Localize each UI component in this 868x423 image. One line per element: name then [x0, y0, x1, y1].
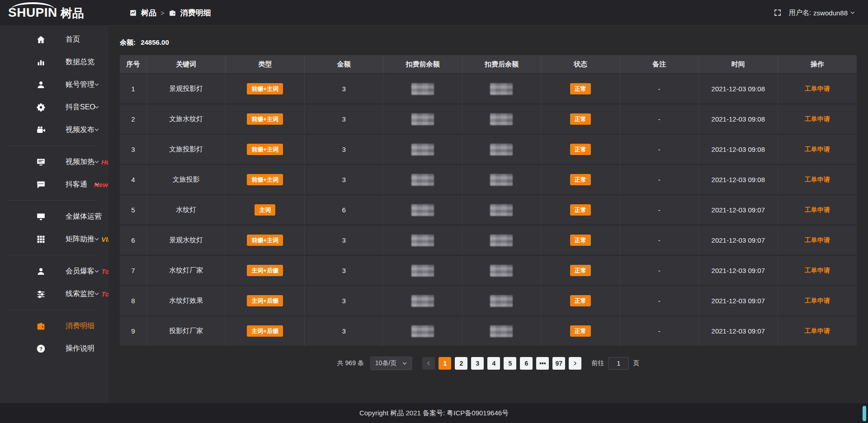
sidebar-item-all-media-operation[interactable]: 全媒体运营 [0, 205, 108, 228]
action-link[interactable]: 工单申请 [805, 85, 830, 92]
video-camera-icon [36, 125, 46, 135]
sidebar-item-account-management[interactable]: 账号管理 [0, 73, 108, 96]
sidebar-divider [8, 200, 97, 201]
cell-remark: - [620, 165, 699, 195]
fullscreen-icon[interactable] [774, 9, 782, 17]
action-link[interactable]: 工单申请 [805, 146, 830, 153]
sidebar-item-member-baoke[interactable]: 会员爆客Tools [0, 260, 108, 282]
logo-text-en: SHUPIN [8, 6, 57, 19]
column-header: 金额 [305, 55, 383, 74]
cell [383, 316, 462, 347]
page-button-4[interactable]: 4 [487, 357, 500, 370]
prev-page-button[interactable] [422, 357, 435, 370]
page-button-5[interactable]: 5 [504, 357, 516, 370]
sidebar-item-video-heat[interactable]: 视频加热Hot [0, 150, 108, 173]
type-badge: 前缀+主词 [247, 235, 283, 246]
sidebar-item-operation-guide[interactable]: ?操作说明 [0, 337, 108, 360]
action-link[interactable]: 工单申请 [805, 115, 830, 122]
cell-amount: 3 [305, 256, 383, 286]
masked-pre-balance [411, 204, 434, 216]
masked-post-balance [490, 113, 513, 125]
masked-post-balance [490, 174, 513, 186]
column-header: 时间 [699, 55, 778, 74]
page-size-value: 10条/页 [375, 359, 396, 367]
user-icon [36, 267, 46, 276]
cell-no: 2 [120, 104, 147, 135]
breadcrumb: 树品 > 消费明细 [129, 8, 211, 18]
masked-pre-balance [411, 174, 434, 186]
user-menu[interactable]: 用户名: zswodun88 [789, 9, 855, 17]
page-size-select[interactable]: 10条/页 [370, 357, 412, 370]
cell: 工单申请 [778, 104, 857, 135]
cell [383, 195, 462, 226]
page-button-1[interactable]: 1 [439, 357, 451, 370]
sidebar-divider [8, 255, 97, 255]
status-badge: 正常 [570, 83, 591, 95]
masked-pre-balance [411, 235, 434, 246]
page-more-button[interactable]: ••• [536, 357, 549, 370]
cell-remark: - [620, 195, 699, 226]
cell-no: 5 [120, 195, 147, 226]
page-button-97[interactable]: 97 [552, 357, 565, 370]
page-button-2[interactable]: 2 [455, 357, 467, 370]
breadcrumb-root[interactable]: 树品 [141, 8, 156, 18]
action-link[interactable]: 工单申请 [805, 206, 830, 213]
cell: 主词+后缀 [226, 256, 304, 286]
table-row: 3文旅投影灯前缀+主词3正常-2021-12-03 09:08工单申请 [120, 135, 857, 165]
sliders-icon [36, 289, 46, 299]
screen-icon [36, 157, 46, 167]
page-button-3[interactable]: 3 [471, 357, 484, 370]
pagination-total: 共 969 条 [337, 359, 364, 367]
sidebar-item-data-overview[interactable]: 数据总览 [0, 51, 108, 73]
sidebar-divider [8, 146, 97, 146]
masked-pre-balance [411, 325, 434, 337]
action-link[interactable]: 工单申请 [805, 267, 830, 274]
scrollbar-thumb[interactable] [863, 406, 866, 421]
masked-pre-balance [411, 83, 434, 95]
cell-amount: 6 [305, 195, 383, 226]
masked-post-balance [490, 235, 513, 246]
cell-keyword: 景观水纹灯 [147, 226, 226, 256]
sidebar-item-video-publish[interactable]: 视频发布 [0, 118, 108, 141]
sidebar-item-douketong[interactable]: 抖客通New [0, 173, 108, 196]
action-link[interactable]: 工单申请 [805, 297, 830, 304]
chevron-down-icon [94, 268, 99, 274]
sidebar-item-label: 抖音SEO [66, 103, 95, 112]
action-link[interactable]: 工单申请 [805, 327, 830, 334]
cell [383, 286, 462, 316]
cell-time: 2021-12-03 09:08 [699, 104, 778, 135]
cell-keyword: 水纹灯效果 [147, 286, 226, 316]
cell-remark: - [620, 226, 699, 256]
sidebar-item-clue-monitor[interactable]: 线索监控Tools [0, 282, 108, 305]
goto-label: 前往 [591, 359, 604, 367]
action-link[interactable]: 工单申请 [805, 176, 830, 183]
cell [383, 104, 462, 135]
sidebar-item-home[interactable]: 首页 [0, 28, 108, 51]
next-page-button[interactable] [569, 357, 581, 370]
cell-no: 3 [120, 135, 147, 165]
sidebar-item-douyin-seo[interactable]: 抖音SEO [0, 96, 108, 118]
sidebar-item-matrix-boost[interactable]: 矩阵助推VIP [0, 228, 108, 250]
chevron-down-icon [94, 159, 99, 164]
cell: 前缀+主词 [226, 135, 304, 165]
status-badge: 正常 [570, 113, 591, 125]
action-link[interactable]: 工单申请 [805, 236, 830, 244]
table-row: 9投影灯厂家主词+后缀3正常-2021-12-03 09:07工单申请 [120, 316, 857, 347]
column-header: 备注 [620, 55, 699, 74]
chevron-down-icon [94, 214, 99, 219]
gear-icon [36, 103, 46, 112]
chevron-down-icon [850, 10, 855, 15]
type-badge: 主词 [255, 204, 275, 216]
goto-suffix: 页 [633, 359, 639, 367]
cell: 工单申请 [778, 74, 857, 104]
goto-page-input[interactable] [608, 357, 629, 370]
table-header-row: 序号关键词类型金额扣费前余额扣费后余额状态备注时间操作 [120, 55, 857, 74]
sidebar-item-consumption-detail[interactable]: 消费明细 [0, 315, 108, 337]
cell: 正常 [541, 104, 620, 135]
table-row: 7水纹灯厂家主词+后缀3正常-2021-12-03 09:07工单申请 [120, 256, 857, 286]
page-button-6[interactable]: 6 [520, 357, 533, 370]
status-badge: 正常 [570, 204, 591, 216]
sidebar-divider [8, 310, 97, 310]
balance-label: 余额: [120, 38, 136, 46]
cell [462, 104, 541, 135]
